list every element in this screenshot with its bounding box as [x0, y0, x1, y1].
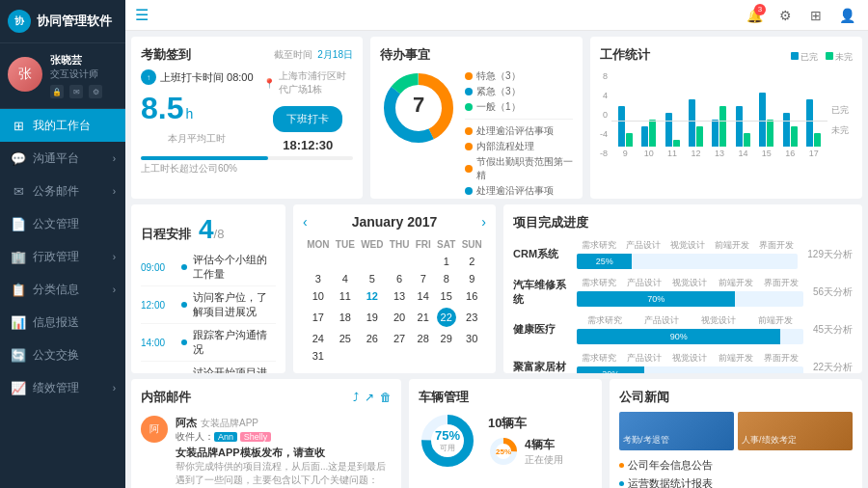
attendance-date: 截至时间 2月18日 — [274, 48, 353, 62]
project-item-crm: CRM系统 需求研究 产品设计 视觉设计 前端开发 界面开发 — [513, 239, 853, 269]
news-item: 公司年会信息公告 — [619, 456, 853, 474]
schedule-title: 日程安排 — [141, 226, 191, 243]
sidebar-item-workspace[interactable]: ⊞ 我的工作台 — [0, 109, 125, 142]
chevron-right-icon: › — [113, 285, 116, 295]
nav-label: 公文交换 — [33, 347, 79, 364]
sidebar-item-admin[interactable]: 🏢 行政管理 › — [0, 240, 125, 273]
sidebar-item-docs[interactable]: 📄 公文管理 — [0, 207, 125, 240]
mail-content: 阿杰 女装品牌APP 收件人：Ann Shelly 女装品牌APP模板发布，请查… — [176, 416, 392, 487]
user-name: 张晓芸 — [50, 53, 102, 68]
todo-title: 待办事宜 — [380, 46, 573, 64]
avg-text: 本月平均工时 — [141, 132, 254, 146]
sidebar-item-classify[interactable]: 📋 分类信息 › — [0, 273, 125, 306]
news-dot-icon — [619, 481, 624, 486]
hours-unit: h — [185, 106, 193, 122]
user-icons: 🔒 ✉ ⚙ — [50, 85, 102, 98]
mail-icon: ✉ — [10, 182, 27, 200]
news-list: 公司年会信息公告 运营数据统计报表 年初预算统计制度分析报告 人事变动 — [619, 456, 853, 488]
attendance-card: 考勤签到 截至时间 2月18日 ↑ 上班打卡时间 08:00 — [131, 37, 363, 199]
sidebar-item-exchange[interactable]: 🔄 公文交换 — [0, 339, 125, 371]
vehicle-card: 车辆管理 75% 可用 — [409, 379, 602, 488]
mail-header-icons: ⤴ ↗ 🗑 — [353, 391, 392, 404]
sidebar-item-mail[interactable]: ✉ 公务邮件 › — [0, 175, 125, 207]
project-card: 项目完成进度 CRM系统 需求研究 产品设计 视觉设计 前端开发 — [503, 204, 862, 373]
nav-label: 我的工作台 — [33, 118, 91, 134]
news-img2-label: 人事/绩效考定 — [742, 434, 797, 447]
attendance-title: 考勤签到 — [141, 46, 191, 64]
progress-bar — [141, 156, 268, 160]
vehicle-chart — [419, 477, 592, 488]
calendar-grid: MON TUE WED THU FRI SAT SUN — [303, 235, 486, 366]
user-icon[interactable]: 👤 — [835, 4, 858, 27]
share-icon[interactable]: ⤴ — [353, 391, 359, 404]
topbar-icons: 🔔 3 ⚙ ⊞ 👤 — [743, 4, 858, 27]
calendar-card: ‹ January 2017 › MON TUE WED THU FRI — [293, 204, 496, 373]
clock-in-row: ↑ 上班打卡时间 08:00 — [141, 69, 254, 85]
workstats-title: 工作统计 — [600, 46, 650, 64]
performance-icon: 📈 — [10, 379, 27, 396]
mail-card: 内部邮件 ⤴ ↗ 🗑 阿 阿杰 女装品牌APP — [131, 379, 401, 488]
mail-avatar: 阿 — [141, 416, 168, 443]
mail-title: 内部邮件 — [141, 389, 191, 406]
svg-text:7: 7 — [413, 93, 424, 117]
nav-label: 沟通平台 — [33, 150, 79, 167]
docs-icon: 📄 — [10, 215, 27, 232]
notification-badge: 3 — [754, 4, 766, 15]
cal-next-button[interactable]: › — [481, 214, 486, 230]
news-images: 考勤/考退管 人事/绩效考定 — [619, 412, 853, 450]
mail-card-header: 内部邮件 ⤴ ↗ 🗑 — [141, 389, 392, 406]
sidebar-nav: ⊞ 我的工作台 💬 沟通平台 › ✉ 公务邮件 › 📄 公文管理 🏢 行政管理 … — [0, 109, 125, 404]
schedule-item: 16:00 讨论开始项目进程 — [141, 362, 276, 373]
schedule-item: 09:00 评估今个小组的工作量 — [141, 249, 276, 286]
cal-prev-button[interactable]: ‹ — [303, 214, 308, 230]
mail-item: 阿 阿杰 女装品牌APP 收件人：Ann Shelly 女装品牌APP模板发布，… — [141, 412, 392, 488]
chevron-right-icon: › — [113, 153, 116, 164]
schedule-date: 4 — [199, 214, 214, 245]
news-img1-label: 考勤/考退管 — [623, 434, 669, 447]
main-content: ☰ 🔔 3 ⚙ ⊞ 👤 考勤签到 — [125, 0, 868, 488]
chevron-right-icon: › — [113, 252, 116, 262]
sidebar-item-report[interactable]: 📊 信息报送 — [0, 306, 125, 339]
news-title: 公司新闻 — [619, 389, 853, 406]
chevron-right-icon: › — [113, 186, 116, 197]
delete-icon[interactable]: 🗑 — [380, 391, 392, 404]
app-container: 协 协同管理软件 张 张晓芸 交互设计师 🔒 ✉ ⚙ ⊞ 我的工 — [0, 0, 868, 488]
schedule-list: 09:00 评估今个小组的工作量 12:00 访问客户位，了解项目进展况 14:… — [141, 249, 276, 373]
nav-label: 行政管理 — [33, 249, 79, 265]
schedule-item: 14:00 跟踪客户沟通情况 — [141, 324, 276, 362]
user-role: 交互设计师 — [50, 68, 102, 81]
sidebar-item-performance[interactable]: 📈 绩效管理 › — [0, 371, 125, 404]
export-icon[interactable]: ↗ — [365, 391, 374, 404]
chevron-right-icon: › — [113, 383, 116, 393]
location-row: 📍 上海市浦行区时代广场1栋 — [263, 69, 353, 96]
checkin-button[interactable]: 下班打卡 — [273, 106, 342, 132]
report-icon: 📊 — [10, 313, 27, 331]
today-cell[interactable]: 22 — [437, 308, 456, 327]
news-item: 运营数据统计报表 — [619, 474, 853, 488]
schedule-item: 12:00 访问客户位，了解项目进展况 — [141, 286, 276, 324]
workspace-icon: ⊞ — [10, 117, 27, 134]
nav-label: 公文管理 — [33, 216, 79, 232]
project-item-health: 健康医疗 需求研究 产品设计 视觉设计 前端开发 — [513, 314, 853, 344]
todo-legend: 特急（3） 紧急（3） 一般（1） 处理逾沿评估事项 — [465, 69, 573, 198]
sidebar-header: 协 协同管理软件 — [0, 0, 125, 43]
topbar: ☰ 🔔 3 ⚙ ⊞ 👤 — [125, 0, 868, 31]
nav-label: 信息报送 — [33, 314, 79, 331]
menu-icon[interactable]: ☰ — [135, 6, 149, 24]
classify-icon: 📋 — [10, 281, 27, 298]
hours-display: 8.5 — [141, 91, 183, 126]
sidebar: 协 协同管理软件 张 张晓芸 交互设计师 🔒 ✉ ⚙ ⊞ 我的工 — [0, 0, 125, 488]
sidebar-item-communication[interactable]: 💬 沟通平台 › — [0, 142, 125, 175]
nav-label: 绩效管理 — [33, 380, 79, 396]
settings-icon[interactable]: ⚙ — [773, 4, 797, 27]
nav-label: 公务邮件 — [33, 183, 79, 200]
schedule-total: /8 — [214, 227, 225, 241]
nav-label: 分类信息 — [33, 282, 79, 298]
sidebar-title: 协同管理软件 — [37, 13, 112, 30]
settings-icon: ⚙ — [89, 85, 102, 98]
todo-donut-chart: 7 — [380, 69, 457, 147]
vehicle-title: 车辆管理 — [419, 389, 592, 406]
calendar-title: January 2017 — [352, 214, 438, 230]
grid-icon[interactable]: ⊞ — [804, 4, 827, 27]
notification-icon[interactable]: 🔔 3 — [743, 4, 766, 27]
